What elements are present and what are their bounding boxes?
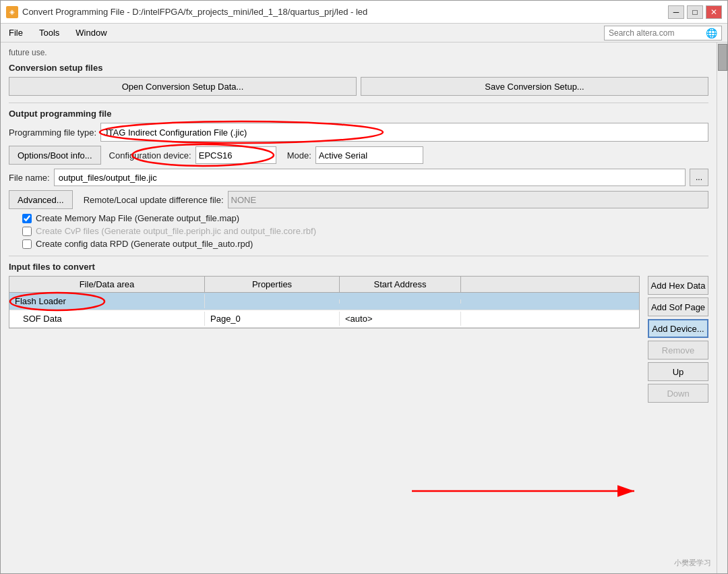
menu-tools[interactable]: Tools bbox=[36, 26, 62, 39]
col-empty bbox=[461, 277, 639, 292]
file-name-row: File name: ... bbox=[9, 169, 708, 186]
conversion-setup-buttons: Open Conversion Setup Data... Save Conve… bbox=[9, 77, 708, 96]
col-properties: Properties bbox=[205, 277, 340, 292]
row1-file-data: Flash Loader bbox=[9, 294, 205, 308]
menu-items: File Tools Window bbox=[6, 26, 110, 39]
menu-file[interactable]: File bbox=[6, 26, 26, 39]
row2-file-data: SOF Data bbox=[9, 312, 205, 326]
add-sof-page-button[interactable]: Add Sof Page bbox=[648, 297, 708, 316]
remove-button[interactable]: Remove bbox=[648, 341, 708, 360]
table-header: File/Data area Properties Start Address bbox=[9, 277, 639, 293]
menu-bar: File Tools Window 🌐 bbox=[1, 24, 727, 42]
window-controls: ─ □ ✕ bbox=[668, 5, 722, 19]
app-icon: ◈ bbox=[6, 6, 18, 18]
mode-label: Mode: bbox=[287, 150, 311, 161]
checkbox2-label: Create CvP files (Generate output_file.p… bbox=[36, 226, 316, 236]
title-bar: ◈ Convert Programming File - D:/intelFPG… bbox=[1, 1, 727, 24]
input-files-title: Input files to convert bbox=[9, 262, 708, 272]
checkbox-rpd[interactable] bbox=[22, 239, 32, 249]
side-buttons: Add Hex Data Add Sof Page Add Device... … bbox=[648, 276, 708, 403]
row1-extra bbox=[461, 299, 639, 304]
config-device-label: Configuration device: bbox=[109, 150, 191, 161]
main-window: ◈ Convert Programming File - D:/intelFPG… bbox=[0, 0, 728, 574]
checkbox3-row: Create config data RPD (Generate output_… bbox=[22, 239, 708, 249]
future-use-text: future use. bbox=[9, 48, 708, 57]
checkbox1-label: Create Memory Map File (Generate output_… bbox=[36, 213, 239, 223]
checkbox-memory-map[interactable] bbox=[22, 214, 32, 223]
row1-properties bbox=[205, 299, 340, 304]
conversion-setup-title: Conversion setup files bbox=[9, 63, 708, 73]
col-file-data: File/Data area bbox=[9, 277, 205, 292]
table-row[interactable]: SOF Data Page_0 <auto> bbox=[9, 310, 639, 328]
none-select-container: NONE bbox=[228, 191, 708, 208]
config-device-row: Options/Boot info... Configuration devic… bbox=[9, 146, 708, 165]
none-select[interactable]: NONE bbox=[228, 191, 708, 208]
config-device-select[interactable]: EPCS16 bbox=[195, 146, 276, 164]
browse-button[interactable]: ... bbox=[690, 169, 708, 186]
checkbox-cvp[interactable] bbox=[22, 227, 32, 236]
down-button[interactable]: Down bbox=[648, 384, 708, 403]
table-row[interactable]: Flash Loader bbox=[9, 293, 639, 310]
prog-file-type-select[interactable]: JTAG Indirect Configuration File (.jic) bbox=[100, 123, 708, 142]
input-files-section: Input files to convert File/Data area Pr… bbox=[9, 262, 708, 403]
annotation-arrow-svg bbox=[405, 471, 661, 511]
scrollbar-thumb[interactable] bbox=[718, 44, 727, 71]
prog-file-type-label: Programming file type: bbox=[9, 127, 96, 138]
up-button[interactable]: Up bbox=[648, 362, 708, 381]
config-device-select-container: EPCS16 bbox=[195, 146, 276, 164]
row2-extra bbox=[461, 317, 639, 321]
conversion-setup-section: Conversion setup files Open Conversion S… bbox=[9, 63, 708, 96]
remote-local-label: Remote/Local update difference file: bbox=[84, 195, 224, 205]
watermark: 小樊爱学习 bbox=[674, 558, 711, 568]
divider-2 bbox=[9, 256, 708, 256]
add-device-button[interactable]: Add Device... bbox=[648, 319, 708, 338]
file-name-label: File name: bbox=[9, 173, 50, 183]
globe-icon: 🌐 bbox=[706, 28, 717, 38]
col-start-address: Start Address bbox=[340, 277, 461, 292]
output-programming-section: Output programming file Programming file… bbox=[9, 109, 708, 249]
options-boot-button[interactable]: Options/Boot info... bbox=[9, 146, 101, 165]
files-table: File/Data area Properties Start Address … bbox=[9, 276, 640, 328]
add-hex-data-button[interactable]: Add Hex Data bbox=[648, 276, 708, 295]
open-conversion-button[interactable]: Open Conversion Setup Data... bbox=[9, 77, 357, 96]
maximize-button[interactable]: □ bbox=[687, 5, 703, 19]
title-bar-left: ◈ Convert Programming File - D:/intelFPG… bbox=[6, 6, 367, 18]
prog-file-type-row: Programming file type: JTAG Indirect Con… bbox=[9, 123, 708, 142]
row2-start-address: <auto> bbox=[340, 312, 461, 326]
row2-properties: Page_0 bbox=[205, 312, 340, 326]
divider-1 bbox=[9, 103, 708, 103]
menu-window[interactable]: Window bbox=[73, 26, 109, 39]
mode-select[interactable]: Active Serial bbox=[315, 146, 423, 164]
checkbox3-label: Create config data RPD (Generate output_… bbox=[36, 239, 253, 249]
output-programming-title: Output programming file bbox=[9, 109, 708, 119]
content-area: future use. Conversion setup files Open … bbox=[1, 42, 727, 573]
window-title: Convert Programming File - D:/intelFPGA/… bbox=[22, 7, 367, 17]
mode-select-container: Active Serial bbox=[315, 146, 423, 164]
minimize-button[interactable]: ─ bbox=[668, 5, 684, 19]
prog-file-type-select-container: JTAG Indirect Configuration File (.jic) bbox=[100, 123, 708, 142]
close-button[interactable]: ✕ bbox=[706, 5, 722, 19]
row1-start-address bbox=[340, 299, 461, 304]
save-conversion-button[interactable]: Save Conversion Setup... bbox=[361, 77, 708, 96]
search-input[interactable] bbox=[609, 28, 703, 38]
bottom-area: File/Data area Properties Start Address … bbox=[9, 276, 708, 403]
file-name-input[interactable] bbox=[54, 169, 686, 186]
search-box: 🌐 bbox=[604, 26, 722, 40]
advanced-row: Advanced... Remote/Local update differen… bbox=[9, 190, 708, 209]
checkbox1-row: Create Memory Map File (Generate output_… bbox=[22, 213, 708, 223]
scrollbar[interactable] bbox=[717, 42, 727, 573]
checkbox2-row: Create CvP files (Generate output_file.p… bbox=[22, 226, 708, 236]
advanced-button[interactable]: Advanced... bbox=[9, 190, 73, 209]
